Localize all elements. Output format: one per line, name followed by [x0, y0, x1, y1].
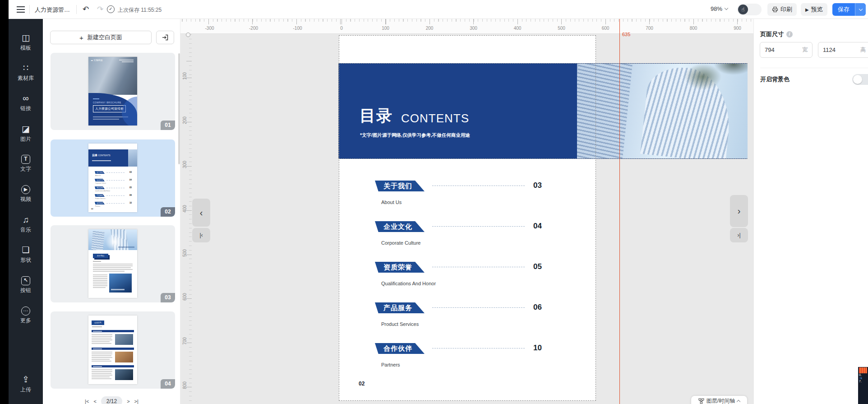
document-page[interactable]: 目录 CONTENTS *文字/图片源于网络,仅供学习参考,不做任何商业用途 关… [339, 35, 596, 401]
save-dropdown-caret[interactable] [855, 3, 866, 16]
toc-title-en: Qualifications And Honor [381, 281, 436, 286]
shapes-icon: ❏ [22, 245, 29, 255]
top-toolbar: 人力资源管理... ↶ ↷ ✓ 上次保存 11:55:25 98% ☝ 印刷 ▶… [9, 0, 868, 19]
ruler-label: -100 [293, 26, 302, 31]
cover-photo [88, 57, 137, 95]
sidebar-item-image[interactable]: ◪ 图片 [9, 124, 43, 143]
divider [76, 5, 77, 14]
first-page-button[interactable]: |< [85, 399, 89, 404]
page-badge: 04 [161, 379, 175, 389]
sidebar-item-label: 形状 [9, 256, 43, 264]
import-pages-button[interactable] [156, 31, 174, 44]
ruler-label: 600 [602, 26, 609, 31]
ruler-label: 200 [182, 116, 187, 124]
bg-color-toggle[interactable] [852, 74, 868, 85]
last-page-button[interactable]: >| [134, 399, 139, 404]
sidebar-item-button[interactable]: ↖ 按钮 [9, 276, 43, 294]
cloud-saved-icon: ✓ [107, 5, 115, 13]
page-thumbnail-01[interactable]: ☁ 云海科技 COMPANY BROCHURE 人力资源公司宣传册 01 [51, 53, 175, 130]
toc-row[interactable]: 关于我们 03 About Us [375, 181, 543, 205]
horizontal-ruler: -300-200-1000100200300400500600700800900 [180, 19, 753, 34]
ruler-label: 200 [426, 26, 434, 31]
last-page-nav-button[interactable]: ›| [730, 228, 748, 242]
thumbnail-preview: 企业文化 [88, 316, 137, 384]
ruler-label: 400 [514, 26, 522, 31]
import-icon [162, 34, 169, 41]
toc-flag-shape: 合作伙伴 [375, 343, 425, 354]
toc-flag-shape: 关于我们 [375, 181, 425, 191]
pages-panel: + 新建空白页面 ☁ 云海科技 COMPANY BROCHURE 人力资源公司宣… [43, 19, 180, 404]
video-icon: ▶ [21, 185, 30, 194]
layers-timeline-button[interactable]: 图层/时间轴 [691, 396, 747, 404]
print-button[interactable]: 印刷 [767, 3, 797, 16]
save-button[interactable]: 保存 [832, 3, 855, 16]
panel-scrollbar[interactable] [178, 53, 180, 164]
more-icon: ⋯ [21, 306, 30, 316]
preview-button[interactable]: ▶ 预览 [801, 3, 827, 16]
page-counter: 2/12 [101, 396, 122, 404]
sidebar-item-link[interactable]: ∞ 链接 [9, 93, 43, 112]
page-thumbnail-03[interactable]: 关于我们 03 [51, 225, 175, 302]
chevron-up-icon [737, 399, 740, 403]
ruler-label: 100 [182, 72, 187, 80]
sidebar-item-music[interactable]: ♫ 音乐 [9, 215, 43, 234]
page-thumbnail-02[interactable]: 目录 CONTENTS 关于我们 03 About Us [51, 139, 175, 217]
ruler-label: 700 [646, 26, 653, 31]
next-page-button[interactable]: > [127, 399, 129, 404]
zoom-level-dropdown[interactable]: 98% [711, 5, 728, 12]
performance-overlay: 0. ↑k 7. [858, 367, 868, 404]
sidebar-item-more[interactable]: ⋯ 更多 [9, 306, 43, 325]
brochure-subtitle: COMPANY BROCHURE [93, 101, 121, 104]
upload-icon: ⇪ [22, 375, 29, 385]
toc-row[interactable]: 产品服务 06 Product Services [375, 302, 543, 327]
ruler-label: 800 [690, 26, 697, 31]
divider [760, 68, 868, 68]
toc-banner-element[interactable]: 目录 CONTENTS *文字/图片源于网络,仅供学习参考,不做任何商业用途 [338, 63, 748, 159]
page-settings-panel: 页面尺寸 i 宽 高 开启背景色 [753, 19, 868, 404]
sidebar-item-upload[interactable]: ⇪ 上传 [9, 375, 43, 394]
toc-row[interactable]: 资质荣誉 05 Qualifications And Honor [375, 262, 543, 286]
width-suffix: 宽 [802, 46, 808, 54]
page-width-input[interactable] [765, 46, 800, 53]
toc-dotted-line [432, 348, 525, 348]
toc-row[interactable]: 合作伙伴 10 Partners [375, 343, 543, 367]
thumbnail-preview: 关于我们 [88, 229, 137, 298]
undo-icon[interactable]: ↶ [83, 4, 89, 15]
document-title[interactable]: 人力资源管理... [35, 6, 71, 14]
page-thumbnail-04[interactable]: 企业文化 [51, 311, 175, 389]
touch-pointer-icon: ☝ [738, 5, 748, 14]
width-field-wrap: 宽 [760, 42, 813, 58]
chevron-down-icon [859, 7, 862, 10]
info-icon[interactable]: i [786, 31, 793, 37]
page-badge: 02 [161, 207, 175, 217]
toc-page-number: 03 [533, 181, 542, 190]
toc-row[interactable]: 企业文化 04 Corporate Culture [375, 221, 543, 246]
touch-mode-toggle[interactable]: ☝ [737, 4, 762, 15]
save-split-button[interactable]: 保存 [832, 3, 866, 16]
sidebar-item-text[interactable]: T 文字 [9, 154, 43, 173]
toc-title-zh: 资质荣誉 [383, 262, 412, 273]
toc-title-zh: 产品服务 [383, 302, 412, 313]
sidebar-item-assets[interactable]: ∷ 素材库 [9, 63, 43, 82]
button-icon: ↖ [21, 276, 30, 285]
first-page-nav-button[interactable]: |‹ [192, 228, 210, 242]
hamburger-menu-icon[interactable] [17, 6, 25, 13]
prev-page-button[interactable]: < [93, 399, 96, 404]
page-height-input[interactable] [823, 46, 859, 53]
logo-text: ☁ 云海科技 [91, 59, 102, 61]
redo-icon[interactable]: ↷ [97, 4, 103, 15]
vertical-guide-line[interactable] [619, 19, 620, 404]
sidebar-item-label: 音乐 [9, 226, 43, 234]
prev-page-nav-button[interactable]: ‹ [192, 199, 210, 227]
new-blank-page-button[interactable]: + 新建空白页面 [50, 31, 152, 44]
ruler-origin-button[interactable] [186, 33, 190, 37]
sidebar-item-video[interactable]: ▶ 视频 [9, 185, 43, 203]
sidebar-item-shapes[interactable]: ❏ 形状 [9, 245, 43, 264]
sidebar-item-templates[interactable]: ◫ 模板 [9, 33, 43, 52]
banner-disclaimer: *文字/图片源于网络,仅供学习参考,不做任何商业用途 [360, 132, 470, 139]
ruler-label: 800 [182, 381, 187, 389]
ruler-label: -300 [205, 26, 214, 31]
sidebar-item-label: 素材库 [9, 74, 43, 82]
next-page-nav-button[interactable]: › [730, 195, 748, 227]
leaves-decor [680, 64, 748, 93]
